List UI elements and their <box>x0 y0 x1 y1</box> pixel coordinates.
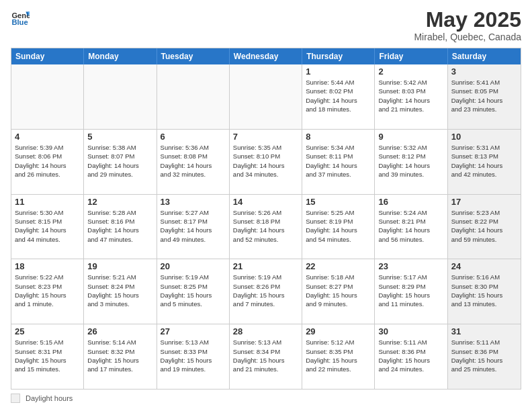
calendar: SundayMondayTuesdayWednesdayThursdayFrid… <box>11 48 521 390</box>
cal-cell: 1Sunrise: 5:44 AM Sunset: 8:02 PM Daylig… <box>302 64 375 129</box>
cal-cell: 9Sunrise: 5:32 AM Sunset: 8:12 PM Daylig… <box>375 130 447 194</box>
svg-text:Blue: Blue <box>11 18 28 26</box>
day-info: Sunrise: 5:19 AM Sunset: 8:25 PM Dayligh… <box>161 273 226 308</box>
day-info: Sunrise: 5:21 AM Sunset: 8:24 PM Dayligh… <box>87 273 152 308</box>
day-number: 15 <box>306 197 371 207</box>
day-number: 19 <box>87 261 152 271</box>
header: General Blue May 2025 Mirabel, Quebec, C… <box>11 8 521 42</box>
cal-cell: 28Sunrise: 5:13 AM Sunset: 8:34 PM Dayli… <box>230 324 302 389</box>
day-number: 28 <box>233 326 298 336</box>
day-number: 14 <box>233 197 298 207</box>
day-number: 9 <box>378 132 443 142</box>
day-info: Sunrise: 5:13 AM Sunset: 8:34 PM Dayligh… <box>233 338 298 373</box>
cal-cell: 18Sunrise: 5:22 AM Sunset: 8:23 PM Dayli… <box>11 259 84 324</box>
cal-cell: 21Sunrise: 5:19 AM Sunset: 8:26 PM Dayli… <box>230 259 302 324</box>
day-number: 21 <box>233 261 298 271</box>
subtitle: Mirabel, Quebec, Canada <box>414 32 521 42</box>
month-title: May 2025 <box>414 8 521 32</box>
day-info: Sunrise: 5:27 AM Sunset: 8:17 PM Dayligh… <box>161 208 226 244</box>
day-number: 20 <box>161 261 226 271</box>
cal-cell: 27Sunrise: 5:13 AM Sunset: 8:33 PM Dayli… <box>157 324 230 389</box>
day-number: 11 <box>15 197 80 207</box>
day-info: Sunrise: 5:19 AM Sunset: 8:26 PM Dayligh… <box>233 273 298 308</box>
logo-icon: General Blue <box>11 8 30 27</box>
day-number: 4 <box>15 132 80 142</box>
day-number: 22 <box>306 261 371 271</box>
cal-cell: 20Sunrise: 5:19 AM Sunset: 8:25 PM Dayli… <box>157 259 230 324</box>
cal-week-2: 4Sunrise: 5:39 AM Sunset: 8:06 PM Daylig… <box>11 130 521 195</box>
day-info: Sunrise: 5:11 AM Sunset: 8:36 PM Dayligh… <box>378 338 443 373</box>
day-number: 17 <box>451 197 517 207</box>
cal-week-3: 11Sunrise: 5:30 AM Sunset: 8:15 PM Dayli… <box>11 195 521 260</box>
day-number: 26 <box>87 326 152 336</box>
cal-cell <box>157 64 230 129</box>
cal-cell: 2Sunrise: 5:42 AM Sunset: 8:03 PM Daylig… <box>375 64 447 129</box>
calendar-body: 1Sunrise: 5:44 AM Sunset: 8:02 PM Daylig… <box>11 64 521 389</box>
calendar-header-row: SundayMondayTuesdayWednesdayThursdayFrid… <box>11 48 521 64</box>
cal-cell: 24Sunrise: 5:16 AM Sunset: 8:30 PM Dayli… <box>448 259 521 324</box>
cal-cell: 3Sunrise: 5:41 AM Sunset: 8:05 PM Daylig… <box>448 64 521 129</box>
day-number: 5 <box>87 132 152 142</box>
day-info: Sunrise: 5:31 AM Sunset: 8:13 PM Dayligh… <box>451 143 517 179</box>
title-block: May 2025 Mirabel, Quebec, Canada <box>414 8 521 42</box>
cal-cell: 14Sunrise: 5:26 AM Sunset: 8:18 PM Dayli… <box>230 195 302 259</box>
day-info: Sunrise: 5:13 AM Sunset: 8:33 PM Dayligh… <box>161 338 226 373</box>
cal-cell <box>11 64 84 129</box>
cal-cell: 22Sunrise: 5:18 AM Sunset: 8:27 PM Dayli… <box>302 259 375 324</box>
day-info: Sunrise: 5:34 AM Sunset: 8:11 PM Dayligh… <box>306 143 371 179</box>
day-info: Sunrise: 5:14 AM Sunset: 8:32 PM Dayligh… <box>87 338 152 373</box>
cal-cell: 13Sunrise: 5:27 AM Sunset: 8:17 PM Dayli… <box>157 195 230 259</box>
day-number: 13 <box>161 197 226 207</box>
cal-cell: 10Sunrise: 5:31 AM Sunset: 8:13 PM Dayli… <box>448 130 521 194</box>
day-number: 30 <box>378 326 443 336</box>
day-info: Sunrise: 5:12 AM Sunset: 8:35 PM Dayligh… <box>306 338 371 373</box>
day-number: 10 <box>451 132 517 142</box>
legend-box <box>11 394 20 403</box>
legend-label: Daylight hours <box>26 394 73 402</box>
day-info: Sunrise: 5:42 AM Sunset: 8:03 PM Dayligh… <box>378 78 443 113</box>
cal-cell: 7Sunrise: 5:35 AM Sunset: 8:10 PM Daylig… <box>230 130 302 194</box>
cal-header-tuesday: Tuesday <box>157 48 230 64</box>
day-info: Sunrise: 5:30 AM Sunset: 8:15 PM Dayligh… <box>15 208 80 244</box>
day-info: Sunrise: 5:41 AM Sunset: 8:05 PM Dayligh… <box>451 78 517 113</box>
day-info: Sunrise: 5:39 AM Sunset: 8:06 PM Dayligh… <box>15 143 80 179</box>
cal-cell: 15Sunrise: 5:25 AM Sunset: 8:19 PM Dayli… <box>302 195 375 259</box>
day-number: 16 <box>378 197 443 207</box>
day-info: Sunrise: 5:11 AM Sunset: 8:36 PM Dayligh… <box>451 338 517 373</box>
day-number: 7 <box>233 132 298 142</box>
cal-cell: 31Sunrise: 5:11 AM Sunset: 8:36 PM Dayli… <box>448 324 521 389</box>
day-number: 25 <box>15 326 80 336</box>
cal-week-5: 25Sunrise: 5:15 AM Sunset: 8:31 PM Dayli… <box>11 324 521 389</box>
cal-cell <box>84 64 157 129</box>
cal-cell: 8Sunrise: 5:34 AM Sunset: 8:11 PM Daylig… <box>302 130 375 194</box>
cal-cell: 12Sunrise: 5:28 AM Sunset: 8:16 PM Dayli… <box>84 195 157 259</box>
day-number: 18 <box>15 261 80 271</box>
cal-week-4: 18Sunrise: 5:22 AM Sunset: 8:23 PM Dayli… <box>11 259 521 324</box>
cal-cell <box>230 64 302 129</box>
day-number: 27 <box>161 326 226 336</box>
day-info: Sunrise: 5:17 AM Sunset: 8:29 PM Dayligh… <box>378 273 443 308</box>
cal-cell: 26Sunrise: 5:14 AM Sunset: 8:32 PM Dayli… <box>84 324 157 389</box>
day-info: Sunrise: 5:35 AM Sunset: 8:10 PM Dayligh… <box>233 143 298 179</box>
cal-cell: 29Sunrise: 5:12 AM Sunset: 8:35 PM Dayli… <box>302 324 375 389</box>
cal-cell: 19Sunrise: 5:21 AM Sunset: 8:24 PM Dayli… <box>84 259 157 324</box>
day-number: 24 <box>451 261 517 271</box>
cal-header-friday: Friday <box>375 48 447 64</box>
page: General Blue May 2025 Mirabel, Quebec, C… <box>0 0 532 411</box>
cal-cell: 16Sunrise: 5:24 AM Sunset: 8:21 PM Dayli… <box>375 195 447 259</box>
cal-week-1: 1Sunrise: 5:44 AM Sunset: 8:02 PM Daylig… <box>11 64 521 130</box>
cal-header-wednesday: Wednesday <box>230 48 302 64</box>
day-number: 1 <box>306 66 371 77</box>
day-info: Sunrise: 5:23 AM Sunset: 8:22 PM Dayligh… <box>451 208 517 244</box>
day-info: Sunrise: 5:16 AM Sunset: 8:30 PM Dayligh… <box>451 273 517 308</box>
cal-cell: 4Sunrise: 5:39 AM Sunset: 8:06 PM Daylig… <box>11 130 84 194</box>
day-number: 6 <box>161 132 226 142</box>
day-info: Sunrise: 5:22 AM Sunset: 8:23 PM Dayligh… <box>15 273 80 308</box>
day-number: 31 <box>451 326 517 336</box>
day-info: Sunrise: 5:18 AM Sunset: 8:27 PM Dayligh… <box>306 273 371 308</box>
day-info: Sunrise: 5:44 AM Sunset: 8:02 PM Dayligh… <box>306 78 371 113</box>
cal-header-saturday: Saturday <box>448 48 521 64</box>
cal-cell: 23Sunrise: 5:17 AM Sunset: 8:29 PM Dayli… <box>375 259 447 324</box>
cal-header-thursday: Thursday <box>302 48 375 64</box>
day-info: Sunrise: 5:28 AM Sunset: 8:16 PM Dayligh… <box>87 208 152 244</box>
